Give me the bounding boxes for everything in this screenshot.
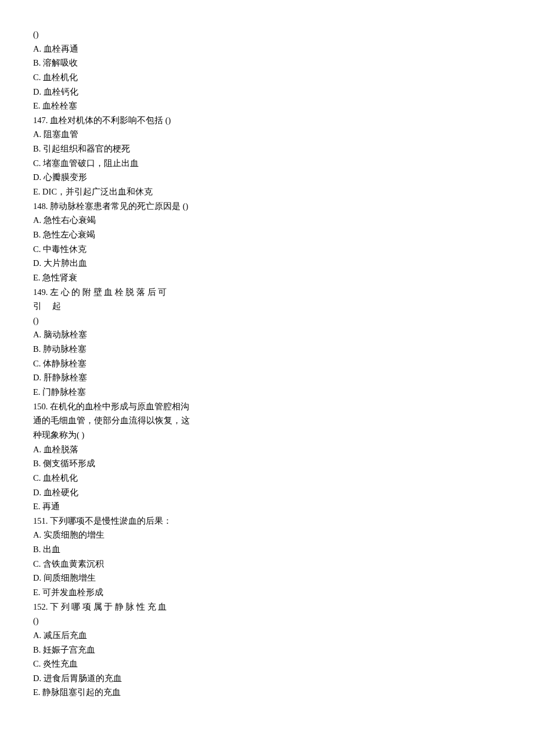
q150-option-e: E. 再通 <box>33 499 501 514</box>
q148-option-a: A. 急性右心衰竭 <box>33 213 501 228</box>
q149-paren: () <box>33 314 501 328</box>
q146-option-c: C. 血栓机化 <box>33 70 501 85</box>
q152-option-e: E. 静脉阻塞引起的充血 <box>33 685 501 700</box>
q148-option-c: C. 中毒性休克 <box>33 242 501 257</box>
q150-option-c: C. 血栓机化 <box>33 471 501 485</box>
q150-option-d: D. 血栓硬化 <box>33 485 501 500</box>
q152-paren: () <box>33 614 501 628</box>
q149-option-b: B. 肺动脉栓塞 <box>33 342 501 357</box>
q149-option-d: D. 肝静脉栓塞 <box>33 370 501 385</box>
q146-option-d: D. 血栓钙化 <box>33 85 501 99</box>
q151-option-e: E. 可并发血栓形成 <box>33 585 501 600</box>
q152-stem-line1: 152. 下 列 哪 项 属 于 静 脉 性 充 血 <box>33 600 501 614</box>
q151-option-d: D. 间质细胞增生 <box>33 571 501 585</box>
q147-option-b: B. 引起组织和器官的梗死 <box>33 142 501 156</box>
q150-stem-line1: 150. 在机化的血栓中形成与原血管腔相沟 <box>33 399 501 414</box>
q151-option-a: A. 实质细胞的增生 <box>33 528 501 542</box>
q151-option-c: C. 含铁血黄素沉积 <box>33 557 501 571</box>
q149-stem-line2: 引 起 <box>33 299 501 314</box>
q152-option-d: D. 进食后胃肠道的充血 <box>33 671 501 686</box>
q149-option-c: C. 体静脉栓塞 <box>33 357 501 371</box>
q147-option-d: D. 心瓣膜变形 <box>33 170 501 185</box>
q146-option-b: B. 溶解吸收 <box>33 56 501 70</box>
q146-option-a: A. 血栓再通 <box>33 42 501 56</box>
q146-paren: () <box>33 27 501 42</box>
q151-option-b: B. 出血 <box>33 542 501 557</box>
q151-stem: 151. 下列哪项不是慢性淤血的后果： <box>33 514 501 528</box>
q147-option-e: E. DIC，并引起广泛出血和休克 <box>33 185 501 199</box>
q150-option-b: B. 侧支循环形成 <box>33 456 501 471</box>
q148-option-b: B. 急性左心衰竭 <box>33 228 501 242</box>
q146-option-e: E. 血栓栓塞 <box>33 99 501 113</box>
q152-option-b: B. 妊娠子宫充血 <box>33 643 501 657</box>
q152-option-a: A. 减压后充血 <box>33 628 501 643</box>
q150-stem-line2: 通的毛细血管，使部分血流得以恢复，这 <box>33 413 501 428</box>
q147-option-a: A. 阻塞血管 <box>33 127 501 142</box>
q152-option-c: C. 炎性充血 <box>33 657 501 671</box>
q148-option-d: D. 大片肺出血 <box>33 256 501 271</box>
q147-option-c: C. 堵塞血管破口，阻止出血 <box>33 156 501 171</box>
q150-option-a: A. 血栓脱落 <box>33 442 501 457</box>
q148-option-e: E. 急性肾衰 <box>33 271 501 285</box>
q150-stem-line3: 种现象称为( ) <box>33 428 501 442</box>
q149-stem-line1: 149. 左 心 的 附 壁 血 栓 脱 落 后 可 <box>33 285 501 300</box>
q147-stem: 147. 血栓对机体的不利影响不包括 () <box>33 113 501 128</box>
q149-option-e: E. 门静脉栓塞 <box>33 385 501 399</box>
q149-option-a: A. 脑动脉栓塞 <box>33 327 501 342</box>
q148-stem: 148. 肺动脉栓塞患者常见的死亡原因是 () <box>33 199 501 214</box>
